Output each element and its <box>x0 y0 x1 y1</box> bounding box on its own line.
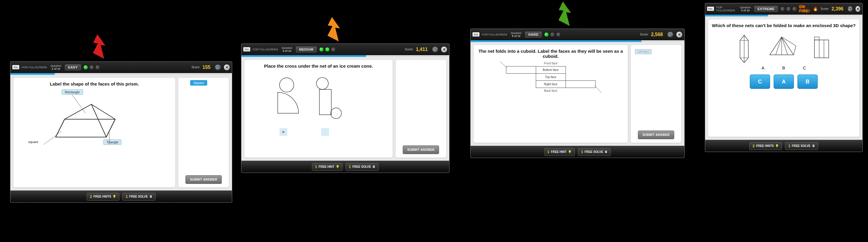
net-face-bottom[interactable]: Bottom face <box>536 66 565 74</box>
nets-figure <box>248 72 389 131</box>
net-C-figure <box>811 34 832 64</box>
f11-button[interactable]: F11 <box>707 6 714 11</box>
dot-icon <box>786 6 791 11</box>
dot-icon <box>556 32 561 37</box>
sound-icon[interactable]: 🔊 <box>667 31 674 38</box>
bulb-icon: 💡 <box>336 165 339 168</box>
submit-button[interactable]: SUBMIT ANSWER <box>403 145 439 154</box>
cross-marker[interactable]: ✕ <box>280 128 287 136</box>
net-cell[interactable] <box>506 66 536 74</box>
dot-icon <box>325 47 330 52</box>
net-label-C: C <box>803 65 806 70</box>
dot-icon <box>89 65 94 70</box>
bulb-icon: 💡 <box>775 144 779 147</box>
topbar: F11 FOR FULLSCREEN Question 8 of 10 HARD… <box>471 29 684 40</box>
answer-buttons-row: C A B <box>712 75 856 89</box>
f11-button[interactable]: F11 <box>12 65 19 70</box>
hints-button[interactable]: 1 FREE HINT 💡 <box>544 148 575 156</box>
question-counter: Question 2 of 10 <box>50 64 63 70</box>
svg-line-9 <box>44 131 62 144</box>
difficulty-badge: HARD <box>525 32 542 37</box>
leader-line-icon <box>594 85 603 94</box>
question-card: The net folds into a cuboid. Label the f… <box>473 45 628 143</box>
sound-icon[interactable]: 🔊 <box>215 64 221 71</box>
net-A-figure <box>735 34 753 64</box>
dot-icon <box>544 32 549 37</box>
net-cell[interactable] <box>565 81 595 88</box>
net-B-figure <box>767 34 797 64</box>
net-letters-row: A B C <box>712 65 856 70</box>
svg-marker-3 <box>56 119 115 137</box>
bulb-icon: 💡 <box>568 150 571 154</box>
score-value: 2,396 <box>831 6 843 11</box>
hints-button[interactable]: 2 FREE HINTS 💡 <box>749 142 782 150</box>
svg-marker-4 <box>56 104 106 137</box>
svg-marker-1 <box>326 17 342 42</box>
f11-button[interactable]: F11 <box>472 32 479 37</box>
question-prompt: Place the cross under the net of an ice … <box>248 63 389 69</box>
prism-figure <box>17 92 172 161</box>
sound-icon[interactable]: 🔊 <box>847 6 853 12</box>
question-prompt: Label the shape of the faces of this pri… <box>17 81 172 86</box>
question-prompt: Which of these nets can't be folded to m… <box>712 23 856 28</box>
calculator-icon: 🖩 <box>604 150 608 154</box>
svg-marker-0 <box>91 34 107 59</box>
svg-point-11 <box>316 78 328 89</box>
answer-card: SUBMIT ANSWER <box>396 60 446 158</box>
difficulty-dots <box>544 32 561 37</box>
answer-button-C[interactable]: C <box>750 75 770 89</box>
calculator-icon: 🖩 <box>149 195 152 198</box>
topbar: F11 FOR FULLSCREEN Question 4 of 10 EXTR… <box>705 3 862 15</box>
difficulty-dots <box>319 47 336 52</box>
draggable-tag-leftface[interactable]: Left face <box>635 49 652 54</box>
score-value: 1,411 <box>416 47 428 52</box>
cuboid-net[interactable]: Bottom face Top face Right face <box>506 66 596 88</box>
bulb-icon: 💡 <box>113 195 116 198</box>
arrow-orange <box>321 17 348 47</box>
answer-button-A[interactable]: A <box>774 75 794 89</box>
score-value: 2,568 <box>651 32 663 37</box>
question-card: Label the shape of the faces of this pri… <box>13 78 175 187</box>
question-prompt: The net folds into a cuboid. Label the f… <box>477 49 624 59</box>
answer-card: Square SUBMIT ANSWER <box>178 78 229 187</box>
dot-icon <box>331 47 336 52</box>
hints-button[interactable]: 2 FREE HINTS 💡 <box>87 193 119 200</box>
difficulty-dots <box>83 65 100 70</box>
screen-easy: F11 FOR FULLSCREEN Question 2 of 10 EASY… <box>10 61 232 203</box>
fullscreen-label: FOR FULLSCREEN <box>482 33 507 36</box>
close-icon[interactable]: ✕ <box>855 6 861 12</box>
net-label-A: A <box>762 65 765 70</box>
submit-button[interactable]: SUBMIT ANSWER <box>638 131 674 139</box>
dropzone[interactable] <box>321 128 329 136</box>
close-icon[interactable]: ✕ <box>676 31 683 38</box>
solve-button[interactable]: 1 FREE SOLVE 🖩 <box>785 142 818 150</box>
bottombar: 1 FREE HINT 💡 1 FREE SOLVE 🖩 <box>471 146 684 158</box>
svg-line-15 <box>594 85 601 93</box>
fullscreen-label: FOR FULLSCREEN <box>716 6 737 12</box>
question-counter: Question 8 of 10 <box>509 32 523 37</box>
solve-button[interactable]: 1 FREE SOLVE 🖩 <box>346 163 379 171</box>
f11-button[interactable]: F11 <box>243 47 250 52</box>
svg-line-25 <box>782 37 796 46</box>
difficulty-dots <box>780 6 797 11</box>
score-label: Score: <box>820 7 829 10</box>
dot-icon <box>550 32 555 37</box>
answer-button-B[interactable]: B <box>798 75 818 89</box>
net-face-top[interactable]: Top face <box>536 74 565 81</box>
topbar: F11 FOR FULLSCREEN Question 2 of 10 EASY… <box>10 62 232 73</box>
close-icon[interactable]: ✕ <box>223 64 230 71</box>
question-card: Which of these nets can't be folded to m… <box>708 19 859 137</box>
sound-icon[interactable]: 🔊 <box>432 46 438 53</box>
close-icon[interactable]: ✕ <box>441 46 447 53</box>
svg-rect-12 <box>319 89 331 115</box>
solve-button[interactable]: 1 FREE SOLVE 🖩 <box>122 193 155 200</box>
fire-icon: 🔥 <box>813 7 818 11</box>
question-counter: Question 4 of 10 <box>739 6 752 12</box>
solve-button[interactable]: 1 FREE SOLVE 🖩 <box>578 148 611 156</box>
net-face-right[interactable]: Right face <box>536 81 565 88</box>
dot-icon <box>95 65 100 70</box>
submit-button[interactable]: SUBMIT ANSWER <box>185 175 222 184</box>
hints-button[interactable]: 1 FREE HINT 💡 <box>312 163 343 171</box>
bottombar: 2 FREE HINTS 💡 1 FREE SOLVE 🖩 <box>705 140 862 152</box>
draggable-tag-square[interactable]: Square <box>190 80 207 85</box>
